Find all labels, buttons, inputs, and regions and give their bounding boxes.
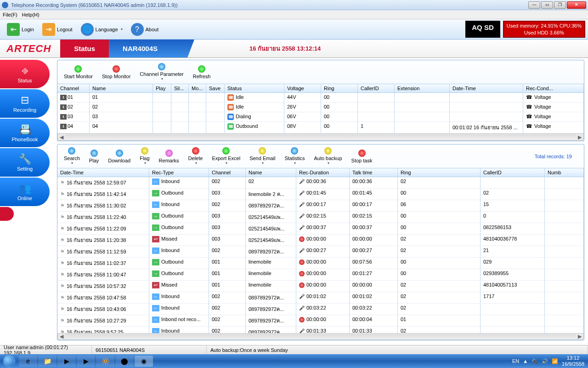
channel-scrollbar[interactable]: ◀▶ (57, 133, 584, 141)
search-button[interactable]: Search (60, 146, 84, 166)
restore-button[interactable]: ▭ (541, 1, 553, 9)
menu-file[interactable]: File(F) (3, 12, 17, 17)
play-icon (74, 65, 82, 73)
record-row[interactable]: ⚑16 กันยายน 2558 11:12:59 ←Inbound 002 0… (57, 246, 584, 258)
tray-lang[interactable]: EN (512, 358, 519, 364)
taskbar-mediaplayer[interactable]: ▶ (57, 356, 76, 367)
send-email-button[interactable]: Send Email (246, 146, 279, 166)
col-status[interactable]: Status (225, 84, 284, 92)
about-button[interactable]: ?About (127, 21, 163, 38)
record-row[interactable]: ⚑16 กันยายน 2558 11:42:14 →Outbound 003 … (57, 189, 584, 200)
status-backup: Auto backup:Once a week Sunday (207, 345, 588, 354)
record-row[interactable]: ⚑16 กันยายน 2558 11:00:47 →Outbound 001 … (57, 269, 584, 281)
red-ball-icon (299, 236, 305, 242)
system-tray: EN ▲ 🔌 🔊 📶 13:12 16/9/2558 (509, 355, 588, 367)
sidebar-item-setting[interactable]: 🔧Setting (0, 148, 50, 177)
taskbar-current-app[interactable]: ◉ (135, 356, 153, 367)
rcol-rectype[interactable]: Rec-Type (149, 168, 209, 177)
records-scrollbar[interactable]: ◀▶ (57, 333, 584, 340)
col-sil[interactable]: Sil... (171, 84, 189, 92)
tray-network-icon[interactable]: 📶 (552, 358, 558, 364)
auto-backup-button[interactable]: Auto backup (310, 146, 345, 166)
col-extension[interactable]: Extension (395, 84, 450, 92)
close-button[interactable]: ✕ (567, 1, 586, 9)
col-voltage[interactable]: Voltage (284, 84, 321, 92)
col-callerid[interactable]: CallerID (358, 84, 395, 92)
channel-row[interactable]: 103 03 ☎Dialing 06V 00 Voltage (57, 112, 584, 122)
rectype-icon: → (152, 190, 159, 196)
taskbar-ie[interactable]: e (19, 356, 37, 367)
col-channel[interactable]: Channel (57, 84, 90, 92)
rcol-callerid[interactable]: CallerID (481, 168, 545, 177)
taskbar-chrome[interactable]: ⬤ (115, 356, 134, 367)
col-ring[interactable]: Ring (321, 84, 358, 92)
taskbar-explorer[interactable]: 📁 (38, 356, 57, 367)
play-button[interactable]: Play (85, 149, 102, 164)
remarks-button[interactable]: Remarks (155, 149, 183, 164)
stop-task-button[interactable]: Stop task (348, 149, 376, 164)
language-button[interactable]: 🌐Language (77, 21, 127, 38)
red-ball-icon (299, 271, 305, 276)
sidebar-item-online[interactable]: 👥Online (0, 178, 50, 206)
record-row[interactable]: ⚑16 กันยายน 2558 10:27:29 ←Inbond not re… (57, 315, 584, 327)
col-save[interactable]: Save (206, 84, 225, 92)
aq-sd-indicator: AQ SD (465, 21, 500, 38)
rcol-talktime[interactable]: Talk time (350, 168, 398, 177)
col-play[interactable]: Play (153, 84, 171, 92)
flag-icon: ⚑ (60, 249, 65, 254)
download-button[interactable]: Download (104, 149, 134, 164)
channel-parameter-button[interactable]: Channel Parameter (136, 62, 187, 82)
mic-icon (299, 201, 306, 207)
mic-icon (299, 247, 306, 253)
tray-flag-icon[interactable]: ▲ (523, 358, 528, 364)
flag-button[interactable]: Flag (136, 146, 153, 166)
tray-clock[interactable]: 13:12 16/9/2558 (562, 355, 584, 367)
stop-monitor-button[interactable]: Stop Monitor (98, 64, 134, 80)
channel-row[interactable]: 104 04 ☎Outbound 08V 00 1 00:01:02 16 กั… (57, 122, 584, 133)
record-row[interactable]: ⚑16 กันยายน 2558 9:57:25 ←Inbound 002 08… (57, 327, 584, 333)
rcol-duration[interactable]: Rec-Duration (296, 168, 350, 177)
export-excel-button[interactable]: Export Excel (208, 146, 244, 166)
col-name[interactable]: Name (90, 84, 153, 92)
sidebar-item-recording[interactable]: ⊟Recording (0, 89, 50, 118)
rcol-name[interactable]: Name (246, 168, 296, 177)
channel-panel: Start Monitor Stop Monitor Channel Param… (57, 60, 584, 141)
record-row[interactable]: ⚑16 กันยายน 2558 11:20:38 ↩Missed 003 02… (57, 235, 584, 246)
rcol-number[interactable]: Numb (545, 168, 584, 177)
record-row[interactable]: ⚑16 กันยายน 2558 11:22:09 →Outbound 003 … (57, 223, 584, 235)
col-rec-cond[interactable]: Rec-Cond... (523, 84, 584, 92)
channel-row[interactable]: 102 02 ☎Idle 26V 00 Voltage (57, 103, 584, 112)
delete-button[interactable]: Delete (185, 146, 207, 166)
start-monitor-button[interactable]: Start Monitor (60, 64, 96, 80)
record-row[interactable]: ⚑16 กันยายน 2558 10:43:06 ←Inbound 002 0… (57, 304, 584, 315)
record-row[interactable]: ⚑16 กันยายน 2558 10:57:32 ↩Missed 001 li… (57, 281, 584, 292)
record-row[interactable]: ⚑16 กันยายน 2558 11:30:02 ←Inbound 002 0… (57, 200, 584, 212)
record-row[interactable]: ⚑16 กันยายน 2558 11:22:40 →Outbound 003 … (57, 212, 584, 223)
sidebar: ⎆Status⊟Recording📇PhoneBook🔧Setting👥Onli… (0, 58, 55, 345)
rcol-datetime[interactable]: Date-Time (57, 168, 149, 177)
logout-button[interactable]: ⇥Logout (38, 21, 77, 38)
sidebar-item-status[interactable]: ⎆Status (0, 60, 50, 88)
menu-help[interactable]: Help(H) (22, 12, 40, 17)
record-row[interactable]: ⚑16 กันยายน 2558 10:47:58 ←Inbound 002 0… (57, 292, 584, 304)
rcol-channel[interactable]: Channel (209, 168, 246, 177)
status-user: User name:admin (00:01:27) 192.168.1.9 (0, 345, 92, 354)
record-row[interactable]: ⚑16 กันยายน 2558 12:59:07 ←Inbound 002 0… (57, 177, 584, 189)
col-datetime[interactable]: Date-Time (450, 84, 523, 92)
maximize-button[interactable]: ❐ (554, 1, 566, 9)
taskbar-app1[interactable]: ▶ (77, 356, 95, 367)
rcol-ring[interactable]: Ring (398, 168, 481, 177)
tray-volume-icon[interactable]: 🔊 (542, 358, 548, 364)
sidebar-item-phonebook[interactable]: 📇PhoneBook (0, 119, 50, 147)
red-ball-icon (299, 317, 305, 322)
start-button[interactable] (0, 354, 18, 368)
statistics-button[interactable]: Statistics (281, 146, 308, 166)
login-button[interactable]: ⇤Login (3, 21, 38, 38)
taskbar-app2[interactable]: 🔆 (96, 356, 114, 367)
record-row[interactable]: ⚑16 กันยายน 2558 11:02:37 →Outbound 001 … (57, 258, 584, 269)
minimize-button[interactable]: — (528, 1, 540, 9)
col-mo[interactable]: Mo... (189, 84, 206, 92)
channel-row[interactable]: 101 01 ☎Idle 44V 00 Voltage (57, 93, 584, 103)
tray-power-icon[interactable]: 🔌 (531, 358, 538, 364)
refresh-button[interactable]: Refresh (189, 64, 215, 80)
